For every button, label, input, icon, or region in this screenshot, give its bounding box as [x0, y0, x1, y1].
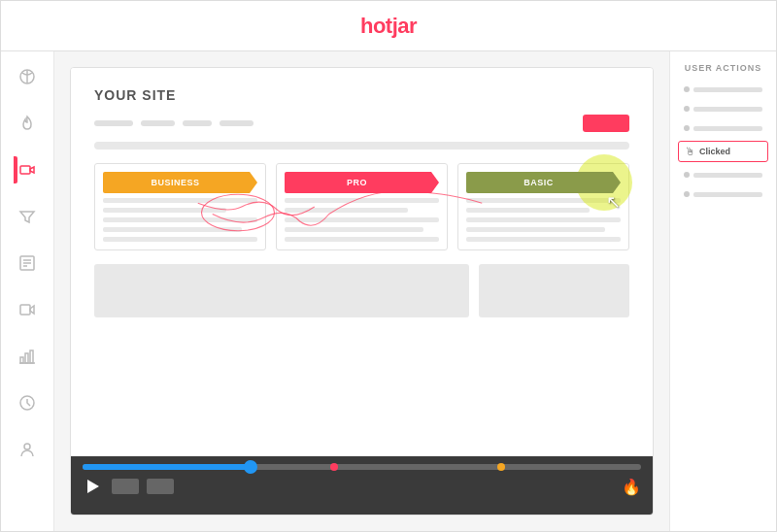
active-indicator: [14, 156, 17, 183]
progress-fill: [83, 464, 251, 470]
site-mockup: YOUR SITE BUSINESS: [71, 68, 653, 456]
card-line: [103, 227, 242, 232]
left-sidebar: [1, 51, 54, 531]
video-container: YOUR SITE BUSINESS: [70, 67, 654, 515]
pricing-card-pro: PRO: [276, 163, 448, 250]
price-tag-pro: PRO: [285, 172, 439, 193]
svg-rect-7: [20, 305, 30, 315]
sidebar-item-recordings[interactable]: [14, 110, 41, 137]
header: hotjar: [1, 1, 776, 51]
pricing-card-business: BUSINESS: [94, 163, 266, 250]
action-dot-2: [684, 106, 690, 112]
control-block-1[interactable]: [112, 479, 139, 494]
sidebar-item-edit[interactable]: [14, 249, 41, 277]
progress-thumb[interactable]: [244, 460, 257, 474]
logo: hotjar: [360, 14, 417, 39]
svg-point-13: [24, 444, 30, 449]
action-line-1: [693, 87, 762, 92]
card-line: [103, 208, 226, 213]
card-line: [103, 198, 257, 203]
price-tag-basic: BASIC: [466, 172, 621, 193]
sidebar-item-heatmap[interactable]: [14, 63, 41, 90]
progress-dot-red: [330, 463, 338, 471]
progress-dot-orange: [497, 463, 505, 471]
card-line: [285, 227, 423, 232]
filter-icon[interactable]: [14, 203, 41, 230]
logo-text: hot: [360, 14, 392, 38]
action-line-6: [693, 192, 762, 197]
right-sidebar: USER ACTIONS 🖱 Clicked: [669, 51, 776, 531]
card-line: [466, 217, 621, 222]
nav-line-3: [183, 120, 212, 126]
sidebar-item-video[interactable]: [14, 296, 41, 323]
site-title: YOUR SITE: [94, 87, 629, 103]
control-block-2[interactable]: [147, 479, 174, 494]
action-item-5[interactable]: [678, 168, 768, 182]
pricing-card-basic: BASIC ↖: [457, 163, 629, 250]
action-dot-6: [684, 191, 690, 197]
play-triangle-icon: [87, 480, 99, 493]
video-icon[interactable]: [14, 296, 41, 323]
action-item-1[interactable]: [678, 83, 768, 96]
progress-track[interactable]: [83, 464, 641, 470]
card-line: [285, 198, 439, 203]
nav-bar: [94, 115, 629, 132]
nav-button: [583, 115, 629, 132]
card-line: [103, 237, 257, 242]
svg-rect-10: [30, 350, 33, 363]
edit-icon[interactable]: [14, 249, 41, 277]
content-bar-1: [94, 142, 629, 150]
fire-icon-control: 🔥: [622, 478, 641, 496]
flame-icon[interactable]: [14, 110, 41, 137]
nav-line-2: [141, 120, 175, 126]
user-actions-title: USER ACTIONS: [678, 63, 768, 73]
pricing-section: BUSINESS PRO: [94, 163, 629, 250]
card-line: [466, 227, 605, 232]
user-icon[interactable]: [14, 436, 41, 463]
logo-accent: jar: [392, 14, 417, 38]
nav-line-4: [220, 120, 253, 126]
action-item-2[interactable]: [678, 102, 768, 116]
card-line: [285, 208, 408, 213]
sidebar-item-chart[interactable]: [14, 343, 41, 370]
svg-rect-2: [20, 166, 30, 174]
heatmap-icon[interactable]: [14, 63, 41, 90]
action-item-clicked[interactable]: 🖱 Clicked: [678, 141, 768, 162]
action-item-3[interactable]: [678, 121, 768, 135]
video-controls: 🔥: [71, 456, 653, 515]
action-dot-1: [684, 86, 690, 92]
record-icon[interactable]: [14, 156, 41, 183]
nav-line-1: [94, 120, 133, 126]
svg-rect-9: [25, 353, 28, 363]
main-layout: YOUR SITE BUSINESS: [1, 51, 776, 531]
svg-rect-8: [20, 357, 23, 363]
progress-bar-container[interactable]: [83, 464, 641, 470]
bottom-block-main: [94, 264, 469, 317]
action-line-3: [693, 126, 762, 131]
bottom-block-small: [479, 264, 629, 317]
card-line: [103, 217, 257, 222]
card-line: [285, 217, 439, 222]
history-icon[interactable]: [14, 389, 41, 416]
chart-icon[interactable]: [14, 343, 41, 370]
action-dot-5: [684, 172, 690, 178]
action-item-6[interactable]: [678, 187, 768, 201]
click-icon: 🖱: [685, 146, 695, 157]
price-tag-business: BUSINESS: [103, 172, 257, 193]
sidebar-item-filter[interactable]: [14, 203, 41, 230]
card-line: [466, 208, 590, 213]
sidebar-item-history[interactable]: [14, 389, 41, 416]
clicked-label: Clicked: [699, 147, 730, 156]
action-line-5: [693, 173, 762, 178]
bottom-section: [94, 264, 629, 317]
content-area: YOUR SITE BUSINESS: [54, 51, 669, 531]
controls-row: 🔥: [83, 476, 641, 497]
card-line: [466, 237, 621, 242]
play-button[interactable]: [83, 476, 104, 497]
card-line: [285, 237, 439, 242]
sidebar-item-user[interactable]: [14, 436, 41, 463]
action-line-2: [693, 107, 762, 112]
action-dot-3: [684, 125, 690, 131]
sidebar-item-recording[interactable]: [14, 156, 41, 183]
